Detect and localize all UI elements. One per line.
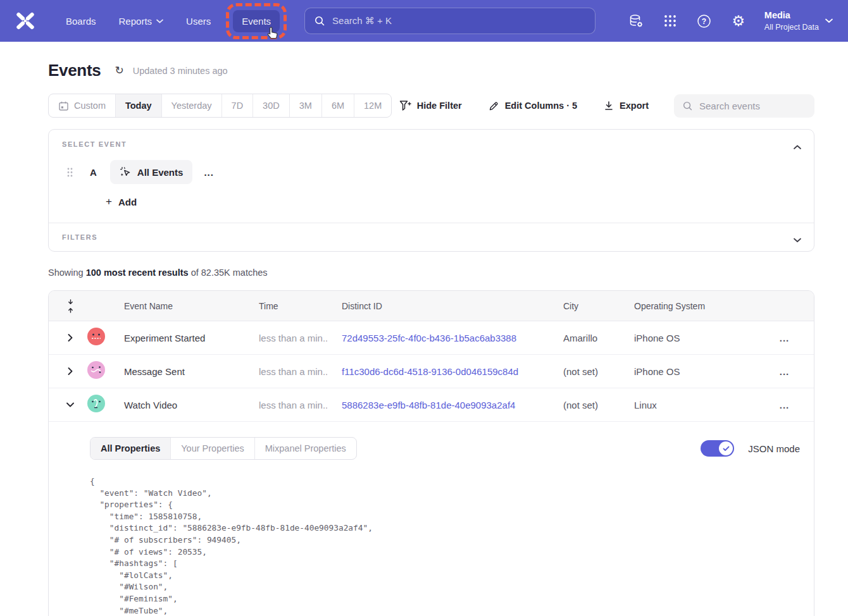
nav-item-users[interactable]: Users [177,10,220,32]
global-search-placeholder: Search ⌘ + K [332,15,392,27]
nav-item-reports[interactable]: Reports [110,10,173,32]
event-row-menu-button[interactable]: ... [204,167,214,178]
nav-item-label: Reports [119,16,153,27]
row-detail-panel: All Properties Your Properties Mixpanel … [49,422,814,616]
help-icon[interactable]: ? [696,13,713,29]
detail-header: All Properties Your Properties Mixpanel … [90,437,800,460]
step-letter: A [90,167,97,178]
pencil-icon [489,101,499,111]
tab-your-properties[interactable]: Your Properties [171,438,254,459]
drag-handle-icon[interactable] [67,168,73,177]
calendar-icon [58,101,69,111]
edit-columns-button[interactable]: Edit Columns · 5 [489,101,577,111]
date-option-label: 7D [232,101,244,111]
column-header-time: Time [244,301,327,311]
toolbar: Hide Filter Edit Columns · 5 Export [399,94,814,118]
refresh-icon[interactable]: ↻ [115,64,123,77]
column-header-event-name: Event Name [109,301,244,311]
svg-text:?: ? [702,17,706,26]
project-selector[interactable]: Media All Project Data [764,9,833,32]
event-json-viewer: { "event": "Watch Video", "properties": … [90,476,800,616]
settings-gear-icon[interactable]: ⚙ [730,13,747,29]
edit-columns-label: Edit Columns · 5 [505,101,577,111]
row-menu-button[interactable]: ... [755,366,814,377]
nav-items: Boards Reports Users Events [57,3,288,39]
event-selector-label: All Events [137,167,184,178]
date-option-30d[interactable]: 30D [253,94,290,117]
cell-distinct-id-link[interactable]: f11c30d6-dc6d-4518-9136-0d046159c84d [327,366,549,377]
download-icon [604,101,614,111]
global-search[interactable]: Search ⌘ + K [304,8,595,34]
expand-row-chevron-icon[interactable] [59,367,82,375]
cell-city: (not set) [549,366,620,377]
export-label: Export [620,101,649,111]
cell-time: less than a min... [244,366,327,377]
date-option-label: 3M [299,101,312,111]
table-row[interactable]: Experiment Started less than a min... 72… [49,321,814,355]
cell-event-name: Watch Video [109,400,244,410]
row-menu-button[interactable]: ... [755,400,814,410]
project-name: Media [764,9,819,22]
data-management-icon[interactable] [628,13,644,29]
cell-os: iPhone OS [620,333,755,343]
cell-time: less than a min... [244,400,327,410]
cell-distinct-id-link[interactable]: 5886283e-e9fb-48fb-81de-40e9093a2af4 [327,400,549,410]
collapse-all-rows-icon[interactable] [59,299,82,313]
tab-all-properties[interactable]: All Properties [90,438,171,459]
apps-grid-icon[interactable] [662,13,678,29]
cell-time: less than a min... [244,333,327,343]
collapse-row-chevron-icon[interactable] [59,402,82,407]
date-option-label: 30D [263,101,280,111]
add-event-button[interactable]: + Add [106,195,801,223]
collapse-section-button[interactable] [791,139,804,155]
add-label: Add [118,197,137,207]
chevron-up-icon [794,145,801,150]
event-selector-button[interactable]: All Events [110,160,193,184]
filter-funnel-icon [399,100,411,111]
nav-item-label: Events [242,16,271,27]
json-mode-label: JSON mode [748,443,800,454]
events-highlight-annotation: Events [226,3,287,39]
plus-icon: + [106,195,112,208]
toggle-knob [719,441,733,455]
nav-right-group: ? ⚙ Media All Project Data [628,9,833,32]
table-row-expanded[interactable]: Watch Video less than a min... 5886283e-… [49,388,814,422]
search-icon [682,101,693,111]
cell-os: iPhone OS [620,366,755,377]
event-avatar [87,361,105,379]
top-nav: Boards Reports Users Events Search ⌘ + K [0,0,848,42]
date-option-yesterday[interactable]: Yesterday [162,94,222,117]
date-option-12m[interactable]: 12M [354,94,391,117]
event-avatar [87,328,105,345]
chevron-down-icon [794,238,801,243]
events-search[interactable] [674,94,814,118]
expand-filters-button[interactable] [791,231,804,248]
cell-city: Amarillo [549,333,620,343]
date-option-label: Today [125,101,152,111]
export-button[interactable]: Export [604,101,649,111]
cell-os: Linux [620,400,755,410]
chevron-down-icon [156,19,163,23]
json-mode-toggle[interactable] [701,440,734,457]
events-search-input[interactable] [699,101,801,111]
date-option-label: Custom [74,101,106,111]
cell-event-name: Experiment Started [109,333,244,343]
json-mode-group: JSON mode [701,440,800,457]
date-option-custom[interactable]: Custom [49,94,116,117]
table-row[interactable]: Message Sent less than a min... f11c30d6… [49,355,814,388]
results-summary-count: 100 most recent results [86,268,189,278]
mixpanel-logo-icon[interactable] [15,11,37,30]
cell-distinct-id-link[interactable]: 72d49553-25fc-4f0c-b436-1b5ac6ab3388 [327,333,549,343]
date-option-6m[interactable]: 6M [322,94,354,117]
hide-filter-button[interactable]: Hide Filter [399,100,462,111]
query-builder-panel: SELECT EVENT A [48,129,814,252]
date-option-today[interactable]: Today [116,94,162,117]
expand-row-chevron-icon[interactable] [59,334,82,342]
date-option-label: Yesterday [171,101,212,111]
row-menu-button[interactable]: ... [755,333,814,343]
date-option-3m[interactable]: 3M [290,94,322,117]
filters-section[interactable]: FILTERS [49,223,814,251]
nav-item-boards[interactable]: Boards [57,10,105,32]
tab-mixpanel-properties[interactable]: Mixpanel Properties [255,438,356,459]
date-option-7d[interactable]: 7D [222,94,254,117]
